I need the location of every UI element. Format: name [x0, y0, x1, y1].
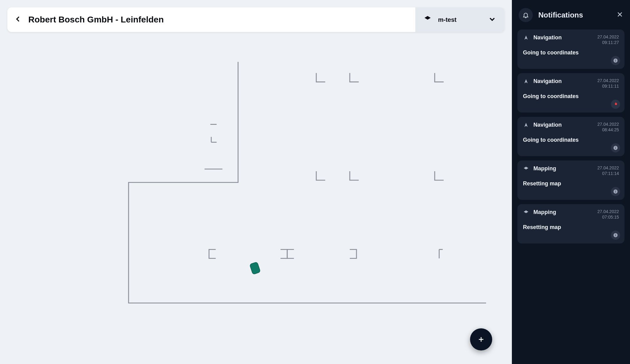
topbar-left: Robert Bosch GmbH - Leinfelden [7, 7, 415, 32]
notification-category: Navigation [533, 78, 593, 85]
notification-category: Navigation [533, 34, 593, 41]
svg-rect-6 [249, 262, 261, 275]
notification-badge[interactable] [611, 56, 620, 65]
layers-icon [424, 15, 431, 24]
notification-category: Mapping [533, 165, 593, 172]
notification-timestamp: 27.04.202208:44:25 [597, 122, 619, 133]
notification-timestamp: 27.04.202207:11:14 [597, 165, 619, 176]
topbar: Robert Bosch GmbH - Leinfelden m-test [7, 7, 504, 32]
notification-message: Going to coordinates [523, 93, 619, 100]
floorplan [7, 35, 504, 357]
info-icon [613, 189, 618, 194]
notification-card[interactable]: Mapping 27.04.202207:05:15 Resetting map [517, 204, 624, 243]
navigation-icon [523, 35, 529, 41]
fire-icon [613, 102, 618, 107]
map-canvas[interactable] [7, 35, 504, 357]
navigation-icon [523, 122, 529, 128]
notifications-header: Notifications [517, 6, 624, 25]
notification-card[interactable]: Navigation 27.04.202209:11:27 Going to c… [517, 30, 624, 69]
notification-card[interactable]: Mapping 27.04.202207:11:14 Resetting map [517, 160, 624, 200]
page-title: Robert Bosch GmbH - Leinfelden [28, 15, 164, 25]
notification-category: Mapping [533, 209, 593, 216]
notification-timestamp: 27.04.202207:05:15 [597, 209, 619, 220]
info-icon [613, 145, 618, 150]
notification-badge[interactable] [611, 187, 620, 196]
notification-message: Going to coordinates [523, 49, 619, 56]
back-button[interactable] [15, 16, 22, 24]
layers-icon [523, 166, 529, 172]
notification-timestamp: 27.04.202209:11:27 [597, 34, 619, 45]
chevron-left-icon [15, 16, 22, 22]
notification-card[interactable]: Navigation 27.04.202208:44:25 Going to c… [517, 117, 624, 156]
notification-message: Resetting map [523, 180, 619, 187]
notification-message: Resetting map [523, 224, 619, 231]
notification-badge[interactable] [611, 143, 620, 152]
layer-name: m-test [438, 16, 483, 23]
notifications-list: Navigation 27.04.202209:11:27 Going to c… [517, 30, 624, 243]
close-icon [616, 11, 623, 18]
layers-icon [523, 210, 529, 215]
notifications-panel: Notifications Navigation 27.04.202209:11… [512, 0, 630, 364]
navigation-icon [523, 79, 529, 84]
info-icon [613, 58, 618, 63]
notifications-title: Notifications [538, 11, 611, 19]
notification-timestamp: 27.04.202209:11:11 [597, 78, 619, 89]
chevron-down-icon [488, 15, 496, 24]
add-button[interactable] [470, 328, 492, 350]
notification-category: Navigation [533, 122, 593, 128]
notification-badge[interactable] [611, 231, 620, 240]
bell-icon [519, 8, 533, 22]
close-button[interactable] [616, 11, 623, 19]
plus-icon [478, 336, 484, 343]
notification-card[interactable]: Navigation 27.04.202209:11:11 Going to c… [517, 73, 624, 113]
layer-selector[interactable]: m-test [415, 7, 504, 32]
main-area: Robert Bosch GmbH - Leinfelden m-test [0, 0, 512, 364]
info-icon [613, 233, 618, 238]
notification-badge[interactable] [611, 100, 620, 109]
notification-message: Going to coordinates [523, 137, 619, 143]
